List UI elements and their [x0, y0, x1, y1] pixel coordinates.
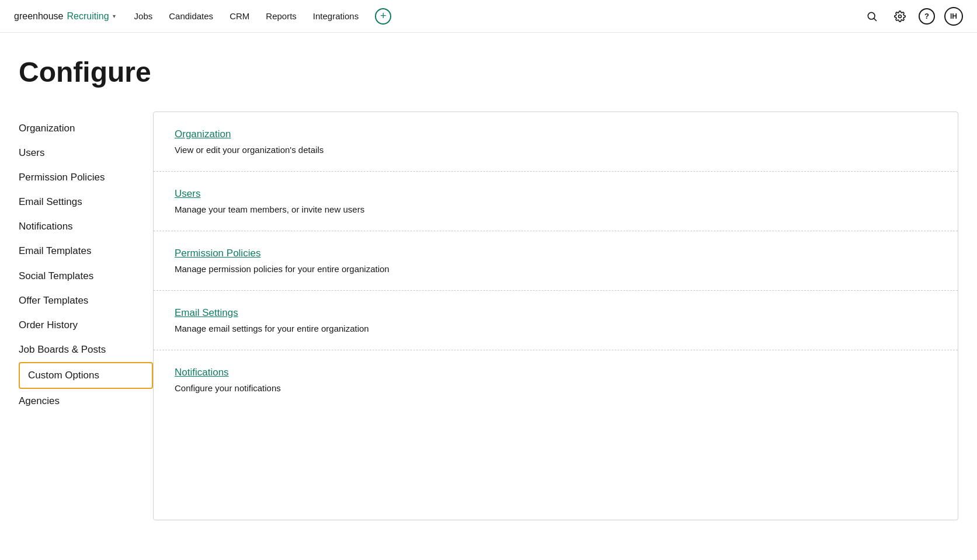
config-desc-notifications: Configure your notifications	[175, 383, 937, 393]
nav-add-button[interactable]: +	[375, 8, 391, 25]
sidebar-item-offer-templates[interactable]: Offer Templates	[19, 288, 153, 313]
config-link-users[interactable]: Users	[175, 188, 200, 200]
sidebar-item-social-templates[interactable]: Social Templates	[19, 264, 153, 288]
page-container: Configure OrganizationUsersPermission Po…	[0, 33, 977, 544]
config-section-permission-policies: Permission PoliciesManage permission pol…	[154, 231, 958, 291]
brand-chevron[interactable]: ▾	[113, 13, 116, 19]
help-button[interactable]: ?	[919, 8, 935, 25]
config-desc-users: Manage your team members, or invite new …	[175, 204, 937, 214]
svg-point-0	[868, 12, 875, 19]
config-section-organization: OrganizationView or edit your organizati…	[154, 112, 958, 172]
config-desc-permission-policies: Manage permission policies for your enti…	[175, 264, 937, 274]
brand-name-greenhouse: greenhouse	[14, 11, 64, 22]
brand-name-recruiting: Recruiting	[67, 11, 109, 22]
config-link-organization[interactable]: Organization	[175, 128, 231, 140]
content-layout: OrganizationUsersPermission PoliciesEmai…	[19, 112, 958, 520]
settings-button[interactable]	[891, 7, 909, 26]
nav-right: ? IH	[863, 7, 963, 26]
sidebar-item-permission-policies[interactable]: Permission Policies	[19, 165, 153, 190]
sidebar-item-email-templates[interactable]: Email Templates	[19, 239, 153, 263]
nav-jobs[interactable]: Jobs	[134, 11, 153, 21]
sidebar-item-email-settings[interactable]: Email Settings	[19, 190, 153, 214]
nav-integrations[interactable]: Integrations	[313, 11, 359, 21]
nav-candidates[interactable]: Candidates	[169, 11, 213, 21]
config-desc-organization: View or edit your organization's details	[175, 145, 937, 155]
nav-crm[interactable]: CRM	[230, 11, 249, 21]
main-content: OrganizationView or edit your organizati…	[153, 112, 958, 520]
sidebar-item-notifications[interactable]: Notifications	[19, 214, 153, 239]
sidebar-item-organization[interactable]: Organization	[19, 116, 153, 141]
config-link-permission-policies[interactable]: Permission Policies	[175, 248, 260, 259]
config-desc-email-settings: Manage email settings for your entire or…	[175, 324, 937, 333]
nav-links: Jobs Candidates CRM Reports Integrations…	[134, 8, 392, 25]
config-section-email-settings: Email SettingsManage email settings for …	[154, 291, 958, 350]
svg-line-1	[874, 18, 877, 20]
sidebar-item-custom-options[interactable]: Custom Options	[19, 362, 153, 389]
config-link-email-settings[interactable]: Email Settings	[175, 307, 238, 319]
sidebar-item-job-boards-posts[interactable]: Job Boards & Posts	[19, 338, 153, 362]
nav-reports[interactable]: Reports	[266, 11, 297, 21]
sidebar-item-users[interactable]: Users	[19, 141, 153, 165]
config-section-users: UsersManage your team members, or invite…	[154, 172, 958, 231]
page-title: Configure	[19, 56, 958, 88]
sidebar: OrganizationUsersPermission PoliciesEmai…	[19, 112, 153, 520]
config-section-notifications: NotificationsConfigure your notification…	[154, 350, 958, 409]
sidebar-item-order-history[interactable]: Order History	[19, 313, 153, 338]
sidebar-item-agencies[interactable]: Agencies	[19, 389, 153, 413]
top-nav: greenhouse Recruiting ▾ Jobs Candidates …	[0, 0, 977, 33]
config-link-notifications[interactable]: Notifications	[175, 367, 229, 378]
svg-point-2	[899, 15, 902, 18]
avatar[interactable]: IH	[944, 7, 963, 26]
search-button[interactable]	[863, 7, 881, 26]
brand-logo[interactable]: greenhouse Recruiting ▾	[14, 11, 116, 22]
